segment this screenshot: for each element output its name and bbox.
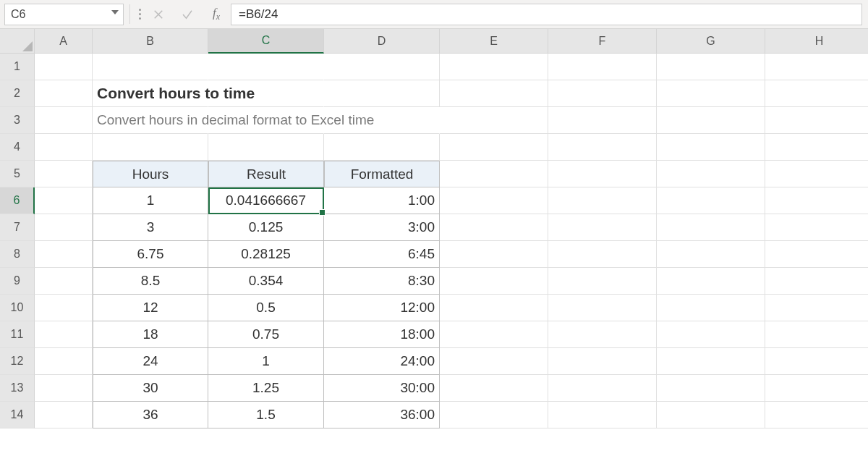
col-header-a[interactable]: A (35, 29, 93, 54)
cell[interactable] (35, 348, 93, 375)
table-cell[interactable]: 24:00 (324, 348, 440, 375)
cell[interactable] (548, 107, 657, 134)
cell[interactable] (765, 161, 868, 187)
row-header-6[interactable]: 6 (0, 187, 35, 214)
cell[interactable] (35, 80, 93, 107)
cell[interactable] (440, 402, 548, 428)
table-cell[interactable]: 18:00 (324, 321, 440, 348)
cell[interactable] (657, 161, 765, 187)
row-header-5[interactable]: 5 (0, 161, 35, 187)
cell[interactable] (548, 54, 657, 80)
row-header-11[interactable]: 11 (0, 321, 35, 348)
cell[interactable] (324, 107, 440, 134)
col-header-c[interactable]: C (208, 29, 324, 54)
row-header-8[interactable]: 8 (0, 241, 35, 268)
table-cell[interactable]: 1 (208, 348, 324, 375)
table-cell[interactable]: 0.75 (208, 321, 324, 348)
table-cell[interactable]: 30:00 (324, 375, 440, 402)
cell[interactable] (657, 268, 765, 295)
table-cell[interactable]: 1:00 (324, 187, 440, 214)
table-cell[interactable]: 6:45 (324, 241, 440, 268)
cell[interactable] (765, 214, 868, 241)
table-cell[interactable]: 3:00 (324, 214, 440, 241)
table-cell[interactable]: 36 (93, 402, 208, 428)
cell[interactable] (657, 214, 765, 241)
cell[interactable] (657, 321, 765, 348)
col-header-g[interactable]: G (657, 29, 765, 54)
table-cell[interactable]: 30 (93, 375, 208, 402)
cell[interactable] (657, 107, 765, 134)
cell[interactable] (208, 107, 324, 134)
cell[interactable] (440, 295, 548, 321)
cell[interactable] (440, 107, 548, 134)
cell[interactable] (657, 241, 765, 268)
table-cell[interactable]: 0.5 (208, 295, 324, 321)
col-header-h[interactable]: H (765, 29, 868, 54)
cell[interactable] (548, 161, 657, 187)
cell[interactable] (93, 134, 208, 161)
chevron-down-icon[interactable] (111, 10, 119, 14)
col-header-b[interactable]: B (93, 29, 208, 54)
cell[interactable] (548, 214, 657, 241)
fx-icon[interactable]: fx (202, 0, 231, 28)
row-header-10[interactable]: 10 (0, 295, 35, 321)
cell[interactable] (765, 295, 868, 321)
cell[interactable] (35, 161, 93, 187)
page-title[interactable]: Convert hours to time (93, 80, 208, 107)
cell[interactable] (657, 80, 765, 107)
cell[interactable] (440, 321, 548, 348)
row-header-1[interactable]: 1 (0, 54, 35, 80)
col-header-d[interactable]: D (324, 29, 440, 54)
cell[interactable] (35, 402, 93, 428)
cell[interactable] (657, 54, 765, 80)
cell[interactable] (324, 54, 440, 80)
table-cell[interactable]: 18 (93, 321, 208, 348)
cell[interactable] (208, 80, 324, 107)
cell[interactable] (765, 241, 868, 268)
page-subtitle[interactable]: Convert hours in decimal format to Excel… (93, 107, 208, 134)
cell[interactable] (765, 375, 868, 402)
table-cell[interactable]: 0.041666667 (208, 187, 324, 214)
row-header-7[interactable]: 7 (0, 214, 35, 241)
row-header-13[interactable]: 13 (0, 375, 35, 402)
table-header-hours[interactable]: Hours (93, 161, 208, 187)
cells-area[interactable]: Convert hours to time Convert hours in d… (35, 54, 868, 428)
cell[interactable] (35, 187, 93, 214)
cell[interactable] (35, 268, 93, 295)
cell[interactable] (35, 241, 93, 268)
enter-icon[interactable] (173, 0, 202, 28)
cancel-icon[interactable] (144, 0, 173, 28)
row-header-2[interactable]: 2 (0, 80, 35, 107)
cell[interactable] (35, 295, 93, 321)
cell[interactable] (35, 321, 93, 348)
cell[interactable] (324, 134, 440, 161)
cell[interactable] (440, 348, 548, 375)
table-cell[interactable]: 3 (93, 214, 208, 241)
cell[interactable] (657, 402, 765, 428)
cell[interactable] (440, 375, 548, 402)
cell[interactable] (93, 54, 208, 80)
cell[interactable] (208, 54, 324, 80)
cell[interactable] (657, 348, 765, 375)
formula-input[interactable]: =B6/24 (231, 4, 862, 25)
table-cell[interactable]: 12:00 (324, 295, 440, 321)
table-cell[interactable]: 0.125 (208, 214, 324, 241)
cell[interactable] (765, 321, 868, 348)
table-cell[interactable]: 1 (93, 187, 208, 214)
cell[interactable] (35, 375, 93, 402)
cell[interactable] (548, 187, 657, 214)
table-cell[interactable]: 8:30 (324, 268, 440, 295)
cell[interactable] (765, 134, 868, 161)
row-header-3[interactable]: 3 (0, 107, 35, 134)
cell[interactable] (657, 187, 765, 214)
cell[interactable] (440, 268, 548, 295)
cell[interactable] (548, 375, 657, 402)
cell[interactable] (548, 402, 657, 428)
table-cell[interactable]: 1.25 (208, 375, 324, 402)
cell[interactable] (548, 241, 657, 268)
table-header-formatted[interactable]: Formatted (324, 161, 440, 187)
cell[interactable] (765, 402, 868, 428)
cell[interactable] (548, 295, 657, 321)
cell[interactable] (765, 187, 868, 214)
drag-handle-icon[interactable] (136, 0, 144, 28)
